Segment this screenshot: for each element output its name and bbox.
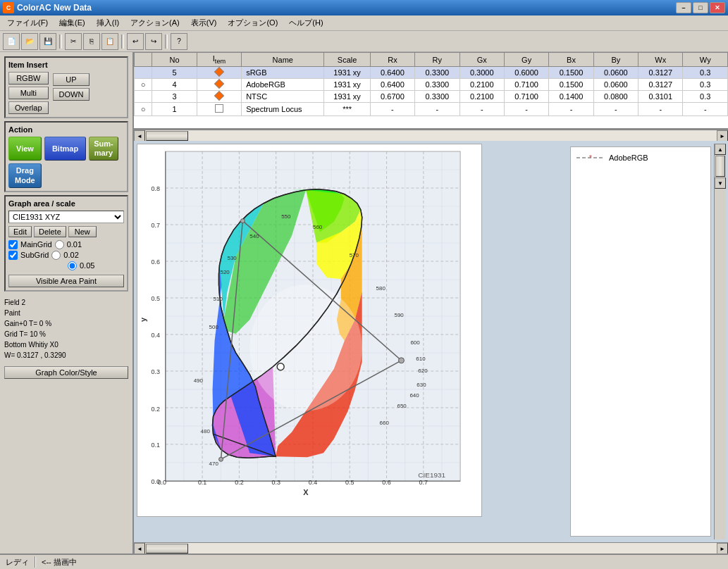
- item-insert-title: Item Insert: [8, 61, 124, 69]
- row-select-indicator: [135, 91, 152, 103]
- maximize-button[interactable]: □: [693, 2, 708, 13]
- svg-text:490: 490: [194, 377, 204, 384]
- redo-button[interactable]: ↪: [145, 33, 162, 50]
- graph-color-style-button[interactable]: Graph Color/Style: [4, 366, 128, 379]
- svg-text:0.3: 0.3: [151, 368, 159, 375]
- row-wx: -: [638, 103, 683, 116]
- item-insert-section: Item Insert RGBW Multi Overlap UP DOWN: [4, 56, 128, 118]
- grid-radio-001[interactable]: [55, 240, 64, 249]
- menu-options[interactable]: オプション(O): [222, 16, 283, 30]
- table-row[interactable]: ○4AdobeRGB1931 xy0.64000.33000.21000.710…: [135, 79, 728, 91]
- row-by: 0.0600: [593, 67, 638, 79]
- main-grid-label: MainGrid: [20, 240, 52, 249]
- summary-button[interactable]: Sum-mary: [89, 137, 118, 161]
- sub-grid-label: SubGrid: [20, 251, 49, 259]
- row-no: 4: [152, 79, 197, 91]
- menu-insert[interactable]: 挿入(I): [91, 16, 125, 30]
- svg-text:550: 550: [281, 213, 291, 220]
- table-hscroll-left[interactable]: ◄: [134, 130, 145, 142]
- grid-radio-002[interactable]: [51, 251, 61, 260]
- toolbar-separator-2: [121, 35, 124, 49]
- edit-button[interactable]: Edit: [8, 226, 32, 237]
- status-separator: [35, 556, 36, 568]
- row-rx: 0.6400: [370, 67, 414, 79]
- help-button[interactable]: ?: [171, 33, 187, 50]
- row-ry: -: [415, 103, 459, 116]
- menu-edit[interactable]: 編集(E): [54, 16, 91, 30]
- down-button[interactable]: DOWN: [53, 88, 90, 101]
- row-select-indicator: [135, 67, 152, 79]
- svg-text:650: 650: [397, 403, 407, 409]
- grid-radio-005[interactable]: [68, 261, 77, 270]
- visible-area-paint-button[interactable]: Visible Area Paint: [8, 275, 124, 287]
- vscroll-down-button[interactable]: ▼: [715, 177, 726, 189]
- drag-mode-button[interactable]: DragMode: [8, 163, 42, 187]
- grid-options: MainGrid 0.01 SubGrid 0.02 0.05: [8, 240, 124, 270]
- graph-hscroll-right[interactable]: ►: [717, 543, 728, 554]
- status-left: レディ: [6, 557, 29, 568]
- vscroll-up-button[interactable]: ▲: [715, 144, 726, 155]
- new-file-button[interactable]: 📄: [3, 33, 20, 50]
- data-table: No Item Name Scale Rx Ry Gx Gy Bx By Wx …: [134, 52, 728, 116]
- svg-text:630: 630: [417, 382, 426, 388]
- graph-hscroll: ◄ ►: [134, 542, 728, 554]
- svg-text:560: 560: [313, 224, 323, 230]
- open-file-button[interactable]: 📂: [21, 33, 38, 50]
- row-ry: 0.3300: [415, 91, 459, 103]
- multi-button[interactable]: Multi: [8, 87, 49, 99]
- svg-text:0.4: 0.4: [309, 479, 317, 486]
- svg-text:0.1: 0.1: [151, 442, 159, 449]
- menu-action[interactable]: アクション(A): [125, 16, 185, 30]
- row-gy: 0.6000: [504, 67, 548, 79]
- graph-hscroll-track[interactable]: [145, 543, 717, 554]
- table-hscroll[interactable]: ◄ ►: [134, 130, 728, 141]
- menu-file[interactable]: ファイル(F): [1, 16, 54, 30]
- main-area: Item Insert RGBW Multi Overlap UP DOWN A…: [0, 52, 728, 554]
- svg-text:620: 620: [418, 368, 428, 374]
- graph-scale-dropdown[interactable]: CIE1931 XYZ CIE1976 uv CIE1931 xy: [8, 211, 124, 223]
- rgbw-button[interactable]: RGBW: [8, 72, 49, 85]
- left-panel: Item Insert RGBW Multi Overlap UP DOWN A…: [0, 52, 134, 554]
- close-button[interactable]: ✕: [710, 2, 725, 13]
- table-hscroll-right[interactable]: ►: [717, 130, 728, 142]
- graph-area-title: Graph area / scale: [8, 199, 124, 208]
- titlebar: C ColorAC New Data – □ ✕: [0, 0, 728, 15]
- view-button[interactable]: View: [8, 137, 42, 161]
- row-no: 3: [152, 91, 197, 103]
- graph-hscroll-left[interactable]: ◄: [134, 543, 145, 554]
- cie-chart[interactable]: 470 480 490 500 510 520 530: [137, 144, 482, 517]
- minimize-button[interactable]: –: [676, 2, 691, 13]
- svg-text:y: y: [139, 317, 147, 322]
- field-name: Field 2: [4, 297, 128, 308]
- save-file-button[interactable]: 💾: [39, 33, 56, 50]
- row-wy: 0.3: [683, 79, 728, 91]
- paint-label: Paint: [4, 308, 128, 318]
- paste-button[interactable]: 📋: [101, 33, 118, 50]
- table-row[interactable]: 3NTSC1931 xy0.67000.33000.21000.71000.14…: [135, 91, 728, 103]
- svg-text:X: X: [303, 488, 309, 496]
- copy-button[interactable]: ⎘: [83, 33, 100, 50]
- new-button[interactable]: New: [68, 226, 97, 237]
- action-title: Action: [8, 125, 124, 134]
- up-button[interactable]: UP: [53, 73, 90, 86]
- row-by: 0.0800: [593, 91, 638, 103]
- table-hscroll-track[interactable]: [145, 130, 717, 141]
- graph-hscroll-thumb[interactable]: [146, 544, 188, 554]
- row-ry: 0.3300: [415, 67, 459, 79]
- main-grid-checkbox[interactable]: [8, 240, 18, 249]
- cut-button[interactable]: ✂: [65, 33, 82, 50]
- table-hscroll-thumb[interactable]: [146, 131, 188, 141]
- vscroll-track[interactable]: [715, 156, 725, 177]
- menu-view[interactable]: 表示(V): [185, 16, 223, 30]
- sub-grid-checkbox[interactable]: [8, 251, 18, 260]
- bitmap-button[interactable]: Bitmap: [44, 137, 86, 161]
- row-gy: 0.7100: [504, 79, 548, 91]
- table-row[interactable]: ○1Spectrum Locus***--------: [135, 103, 728, 116]
- undo-button[interactable]: ↩: [127, 33, 144, 50]
- item-color-icon: [214, 79, 224, 89]
- vscroll-thumb[interactable]: [715, 156, 725, 177]
- delete-button[interactable]: Delete: [34, 226, 66, 237]
- table-row[interactable]: 5sRGB1931 xy0.64000.33000.30000.60000.15…: [135, 67, 728, 79]
- menu-help[interactable]: ヘルプ(H): [283, 16, 328, 30]
- overlap-button[interactable]: Overlap: [8, 101, 49, 114]
